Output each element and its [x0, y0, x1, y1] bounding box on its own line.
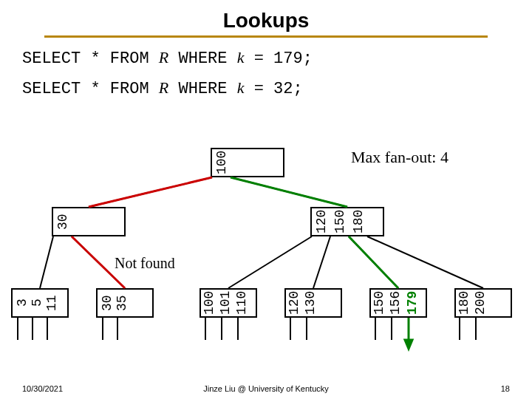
svg-line-5	[313, 236, 330, 288]
svg-marker-26	[405, 340, 412, 349]
leaf0-v0: 3	[15, 290, 30, 316]
intR-val-1: 150	[332, 208, 347, 235]
leaf3-v0: 120	[287, 290, 301, 316]
query-line-1: SELECT * FROM R WHERE k = 179;	[22, 48, 532, 68]
svg-line-7	[367, 236, 483, 288]
fanout-label: Max fan-out: 4	[351, 148, 449, 167]
leaf0-v2: 11	[44, 290, 59, 316]
leaf4-v1: 156	[388, 290, 403, 316]
footer-page: 18	[501, 384, 510, 393]
svg-line-6	[349, 236, 398, 288]
svg-line-0	[89, 177, 212, 207]
slide-title: Lookups	[0, 0, 532, 33]
svg-line-2	[40, 236, 53, 288]
intR-val-0: 120	[314, 208, 329, 235]
leaf2-v1: 101	[218, 290, 233, 316]
leaf5-v1: 200	[473, 290, 488, 316]
leaf2-v0: 100	[202, 290, 216, 316]
leaf5-v0: 180	[457, 290, 471, 316]
footer-author: Jinze Liu @ University of Kentucky	[0, 384, 532, 393]
svg-line-1	[231, 177, 347, 207]
not-found-label: Not found	[115, 255, 175, 272]
title-underline	[44, 35, 488, 38]
intR-val-2: 180	[351, 208, 366, 235]
svg-line-24	[349, 236, 398, 288]
svg-line-23	[231, 177, 347, 207]
intL-val-0: 30	[55, 208, 70, 235]
leaf0-v1: 5	[30, 290, 44, 316]
leaf3-v1: 130	[303, 290, 318, 316]
leaf1-v0: 30	[100, 290, 115, 316]
slide: Lookups SELECT * FROM R WHERE k = 179; S…	[0, 0, 532, 399]
leaf4-v0: 150	[372, 290, 386, 316]
leaf1-v1: 35	[115, 290, 129, 316]
leaf2-v2: 110	[234, 290, 249, 316]
svg-line-27	[89, 177, 212, 207]
root-val-0: 100	[214, 148, 229, 177]
svg-line-4	[228, 236, 312, 288]
query-line-2: SELECT * FROM R WHERE k = 32;	[22, 78, 532, 98]
leaf4-v2: 179	[405, 290, 420, 316]
